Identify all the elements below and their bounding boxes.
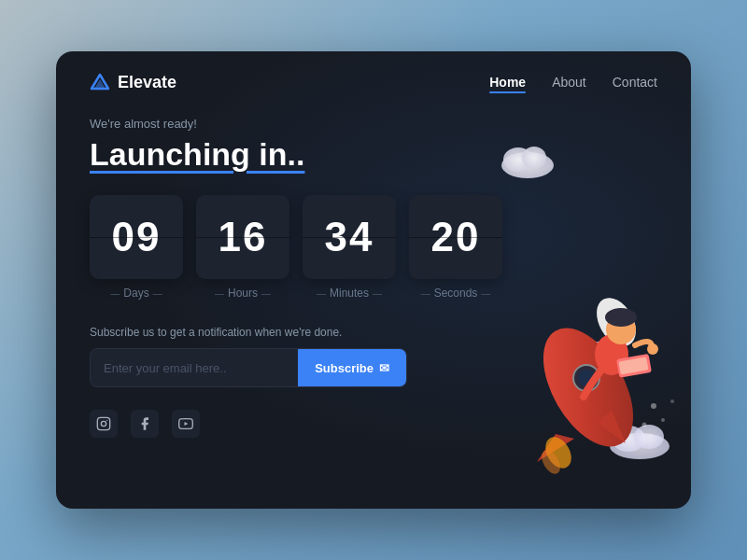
svg-point-4 bbox=[106, 420, 107, 421]
nav-links: Home About Contact bbox=[489, 75, 657, 90]
logo-text: Elevate bbox=[118, 73, 176, 92]
hours-label: Hours bbox=[215, 287, 271, 300]
subscribe-button[interactable]: Subscribe ✉ bbox=[298, 349, 406, 386]
logo: Elevate bbox=[90, 72, 176, 92]
nav-contact[interactable]: Contact bbox=[613, 75, 657, 90]
svg-point-28 bbox=[647, 343, 658, 355]
svg-point-32 bbox=[670, 399, 674, 403]
countdown-hours: 16 Hours bbox=[196, 195, 289, 300]
svg-point-31 bbox=[642, 423, 647, 427]
svg-rect-2 bbox=[97, 417, 109, 429]
logo-icon bbox=[90, 72, 110, 92]
subscribe-form: Subscribe ✉ bbox=[90, 348, 407, 387]
mail-icon: ✉ bbox=[379, 361, 389, 375]
email-input[interactable] bbox=[91, 361, 298, 375]
hours-value: 16 bbox=[218, 214, 268, 260]
countdown-days: 09 Days bbox=[90, 195, 183, 300]
svg-point-29 bbox=[651, 403, 656, 409]
nav-home[interactable]: Home bbox=[489, 75, 526, 90]
countdown-box-hours: 16 bbox=[196, 195, 289, 279]
days-value: 09 bbox=[112, 214, 162, 260]
svg-point-3 bbox=[101, 421, 106, 426]
countdown-minutes: 34 Minutes bbox=[303, 195, 396, 300]
minutes-value: 34 bbox=[325, 214, 374, 260]
countdown-box-days: 09 bbox=[90, 195, 183, 279]
rocket-illustration bbox=[439, 163, 691, 481]
youtube-icon[interactable] bbox=[172, 410, 200, 438]
navbar: Elevate Home About Contact bbox=[56, 51, 691, 107]
svg-point-25 bbox=[605, 308, 637, 327]
countdown-box-minutes: 34 bbox=[303, 195, 396, 279]
svg-point-30 bbox=[661, 418, 665, 422]
minutes-label: Minutes bbox=[317, 287, 382, 300]
instagram-icon[interactable] bbox=[90, 410, 118, 438]
facebook-icon[interactable] bbox=[131, 410, 159, 438]
nav-about[interactable]: About bbox=[552, 75, 586, 90]
days-label: Days bbox=[110, 287, 162, 300]
subtitle: We're almost ready! bbox=[90, 117, 657, 131]
main-card: Elevate Home About Contact We're almost … bbox=[56, 51, 691, 509]
svg-marker-5 bbox=[185, 422, 189, 426]
